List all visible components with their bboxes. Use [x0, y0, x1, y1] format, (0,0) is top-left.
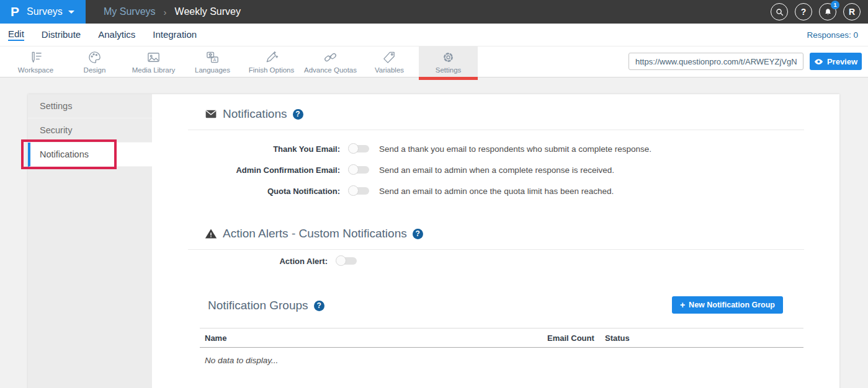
- notification-badge: 1: [831, 1, 839, 9]
- question-mark-icon: ?: [801, 7, 807, 17]
- tab-integration[interactable]: Integration: [153, 29, 197, 40]
- search-icon: [775, 7, 784, 17]
- breadcrumb-my-surveys[interactable]: My Surveys: [104, 6, 156, 17]
- toggle-label: Action Alert:: [205, 257, 328, 266]
- sidebar-item-label: Notifications: [40, 149, 89, 159]
- notification-groups-section-header: Notification Groups ?: [208, 299, 324, 312]
- sidebar-item-label: Settings: [40, 101, 72, 111]
- edit-toolbar: Workspace Design Media Library A Langua: [0, 46, 868, 77]
- toolbar-item-finish-options[interactable]: Finish Options: [242, 46, 301, 77]
- notification-groups-table: Name Email Count Status No data to displ…: [200, 328, 803, 373]
- avatar[interactable]: R: [843, 3, 861, 20]
- action-alerts-section-header: Action Alerts - Custom Notifications ?: [205, 227, 423, 240]
- column-header-status: Status: [605, 333, 803, 343]
- toggle-description: Send an email to admin when a complete r…: [379, 165, 614, 175]
- toolbar-item-languages[interactable]: A Languages: [183, 46, 242, 77]
- notifications-content: Notifications ? Thank You Email: Send a …: [152, 94, 839, 388]
- warning-triangle-icon: [205, 227, 217, 240]
- survey-nav-items: Edit Distribute Analytics Integration: [0, 24, 868, 46]
- section-title: Notifications: [223, 107, 287, 121]
- finish-options-icon: [264, 50, 279, 64]
- notifications-section-header: Notifications ?: [205, 107, 303, 121]
- help-button[interactable]: ?: [795, 3, 812, 20]
- table-header-row: Name Email Count Status: [200, 328, 803, 348]
- design-icon: [87, 50, 102, 64]
- sidebar-item-notifications[interactable]: Notifications: [28, 143, 152, 167]
- new-notification-group-button[interactable]: + New Notification Group: [672, 296, 783, 314]
- toggle-label: Admin Confirmation Email:: [205, 165, 340, 175]
- settings-sidebar: Settings Security Notifications: [28, 94, 152, 388]
- toolbar-label: Settings: [436, 66, 462, 74]
- toggle-label: Quota Notification:: [205, 187, 340, 196]
- toolbar-label: Workspace: [18, 66, 53, 74]
- languages-icon: A: [205, 50, 220, 64]
- avatar-initial: R: [849, 7, 855, 17]
- tab-edit[interactable]: Edit: [8, 29, 24, 41]
- quota-notification-row: Quota Notification: Send an email to adm…: [205, 185, 614, 196]
- help-icon[interactable]: ?: [413, 229, 423, 239]
- sidebar-item-security[interactable]: Security: [28, 118, 152, 143]
- svg-text:A: A: [213, 57, 216, 62]
- action-alert-row: Action Alert:: [205, 255, 357, 267]
- help-icon[interactable]: ?: [293, 109, 303, 120]
- thank-you-email-toggle[interactable]: [348, 143, 369, 154]
- toolbar-item-variables[interactable]: Variables: [360, 46, 419, 77]
- toolbar-label: Finish Options: [249, 66, 295, 74]
- button-label: New Notification Group: [689, 301, 775, 309]
- sidebar-item-settings[interactable]: Settings: [28, 94, 152, 118]
- settings-gear-icon: [441, 50, 455, 64]
- responses-count: Responses: 0: [807, 24, 858, 46]
- variables-icon: [382, 50, 396, 64]
- tab-distribute[interactable]: Distribute: [42, 29, 81, 40]
- thank-you-email-row: Thank You Email: Send a thank you email …: [205, 143, 651, 154]
- product-name: Surveys: [27, 6, 63, 17]
- column-header-name: Name: [200, 333, 547, 343]
- divider: [188, 249, 804, 250]
- survey-url-input[interactable]: [629, 53, 803, 70]
- action-alert-toggle[interactable]: [336, 255, 357, 267]
- preview-button[interactable]: Preview: [810, 53, 862, 70]
- toolbar-label: Design: [84, 66, 106, 74]
- column-header-email-count: Email Count: [547, 333, 605, 343]
- preview-label: Preview: [827, 57, 857, 66]
- toggle-label: Thank You Email:: [205, 144, 340, 154]
- top-bar: P Surveys My Surveys › Weekly Survey ? 1…: [0, 0, 868, 24]
- quota-notification-toggle[interactable]: [348, 185, 369, 196]
- media-library-icon: [146, 50, 161, 64]
- toolbar-label: Languages: [195, 66, 230, 74]
- toggle-description: Send a thank you email to respondents wh…: [379, 144, 651, 154]
- toolbar-item-workspace[interactable]: Workspace: [6, 46, 65, 77]
- divider: [188, 130, 804, 130]
- notifications-button[interactable]: 1: [819, 3, 836, 20]
- eye-icon: [814, 57, 823, 66]
- topbar-actions: ? 1 R: [771, 3, 861, 20]
- section-title: Action Alerts - Custom Notifications: [223, 227, 407, 240]
- tab-analytics[interactable]: Analytics: [98, 29, 135, 40]
- table-empty-message: No data to display...: [200, 348, 803, 373]
- toolbar-item-design[interactable]: Design: [65, 46, 124, 77]
- survey-nav-bar: Edit Distribute Analytics Integration Re…: [0, 24, 868, 46]
- toolbar-label: Advance Quotas: [304, 66, 357, 74]
- admin-confirmation-email-toggle[interactable]: [348, 164, 369, 175]
- breadcrumb-current-survey: Weekly Survey: [175, 6, 241, 17]
- chevron-down-icon: [68, 11, 74, 14]
- breadcrumb-separator-icon: ›: [164, 7, 167, 17]
- toolbar-item-settings[interactable]: Settings: [419, 46, 478, 77]
- toolbar-item-media-library[interactable]: Media Library: [124, 46, 183, 77]
- toolbar-label: Media Library: [132, 66, 176, 74]
- breadcrumb: My Surveys › Weekly Survey: [104, 0, 241, 24]
- product-switcher[interactable]: P Surveys: [0, 0, 86, 24]
- help-icon[interactable]: ?: [314, 301, 324, 311]
- toggle-description: Send an email to admin once the quota li…: [379, 187, 614, 196]
- envelope-icon: [205, 108, 217, 120]
- toolbar-label: Variables: [375, 66, 404, 74]
- settings-panel: Settings Security Notifications Notifica…: [28, 94, 839, 388]
- search-button[interactable]: [771, 3, 788, 20]
- toolbar-item-advance-quotas[interactable]: Advance Quotas: [301, 46, 360, 77]
- bell-icon: [823, 7, 833, 17]
- plus-icon: +: [680, 300, 685, 310]
- sidebar-item-label: Security: [40, 125, 72, 135]
- section-title: Notification Groups: [208, 299, 308, 312]
- admin-confirmation-email-row: Admin Confirmation Email: Send an email …: [205, 164, 614, 175]
- workspace-icon: [29, 50, 43, 64]
